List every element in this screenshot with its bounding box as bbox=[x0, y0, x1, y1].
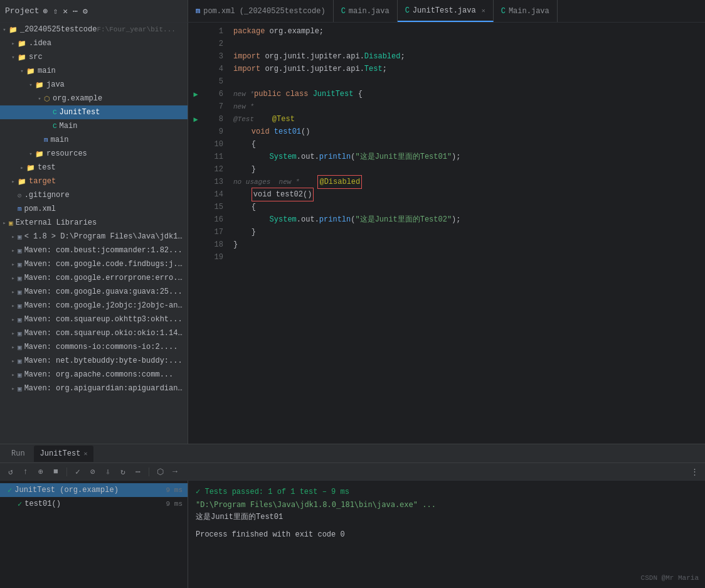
tree-item[interactable]: ▸▣Maven: com.google.errorprone:erro... bbox=[0, 271, 188, 285]
tree-label: Main bbox=[60, 122, 78, 131]
bottom-tab-junittest[interactable]: JunitTest✕ bbox=[34, 446, 94, 462]
tree-item[interactable]: ▸▣External Libraries bbox=[0, 216, 188, 230]
toolbar-more-icon[interactable]: ⋮ bbox=[689, 466, 700, 478]
down-icon[interactable]: ⇩ bbox=[102, 466, 114, 478]
code-token: } bbox=[233, 226, 256, 238]
bottom-tab-label: JunitTest bbox=[40, 449, 81, 458]
tab-main[interactable]: Cmain.java bbox=[334, 0, 398, 22]
code-token: @Disabled bbox=[317, 175, 362, 189]
tree-item[interactable]: ▾📁java bbox=[0, 78, 188, 92]
tree-item[interactable]: ▸▣Maven: com.google.j2objc:j2objc-an... bbox=[0, 299, 188, 313]
tree-label: External Libraries bbox=[16, 218, 97, 227]
tree-item[interactable]: ▾📁_20240525testcode F:\Four_year\bit... bbox=[0, 23, 188, 36]
locate-icon[interactable]: ⊕ bbox=[43, 6, 48, 16]
test-pass-line: ✓ Tests passed: 1 of 1 test – 9 ms bbox=[196, 486, 697, 498]
line-number: 2 bbox=[208, 38, 223, 50]
tree-icon: 📁 bbox=[35, 81, 44, 89]
code-token: "这是Junit里面的Test02" bbox=[355, 213, 452, 226]
code-hint: no usages new * bbox=[233, 176, 300, 188]
code-token: @Test bbox=[272, 113, 295, 126]
tree-arrow: ▾ bbox=[18, 68, 26, 75]
line-number: 11 bbox=[208, 151, 223, 163]
tree-item[interactable]: ▸📁test bbox=[0, 161, 188, 174]
tree-item[interactable]: ▸▣Maven: commons-io:commons-io:2.... bbox=[0, 340, 188, 354]
tree-item[interactable]: ▸📁target bbox=[0, 174, 188, 188]
tree-icon: ⬡ bbox=[44, 95, 50, 103]
tree-label: _20240525testcode bbox=[20, 25, 97, 34]
tree-arrow: ▾ bbox=[35, 95, 44, 102]
tree-label: Maven: com.beust:jcommander:1.82... bbox=[24, 246, 183, 255]
tree-item[interactable]: ▾⬡org.example bbox=[0, 92, 188, 105]
more-icon[interactable]: ⋯ bbox=[73, 6, 78, 16]
test-tree-item[interactable]: ✓JunitTest (org.example)9 ms bbox=[0, 483, 188, 497]
rerun-icon[interactable]: ↺ bbox=[5, 466, 16, 478]
tree-item[interactable]: ▾📁main bbox=[0, 64, 188, 78]
tree-item[interactable]: ▸▣Maven: org.apache.commons:comm... bbox=[0, 368, 188, 382]
tree-item[interactable]: CMain bbox=[0, 119, 188, 133]
gutter-cell bbox=[188, 25, 203, 38]
code-line: void test02() bbox=[233, 188, 705, 201]
check-icon[interactable]: ✓ bbox=[72, 466, 83, 478]
refresh-icon[interactable]: ↻ bbox=[117, 466, 129, 478]
up-icon[interactable]: ⇧ bbox=[53, 6, 58, 16]
code-token: System bbox=[270, 151, 297, 163]
up-icon[interactable]: ↑ bbox=[20, 466, 31, 478]
tab-junit[interactable]: CJunitTest.java✕ bbox=[398, 0, 494, 22]
gutter-cell[interactable]: ▶ bbox=[188, 88, 203, 100]
tree-arrow: ▸ bbox=[9, 372, 18, 378]
tree-item[interactable]: ▸▣Maven: org.apiguardian:apiguardian:... bbox=[0, 382, 188, 395]
tree-icon: C bbox=[53, 109, 57, 116]
run-gutter-icon[interactable]: ▶ bbox=[193, 115, 198, 124]
tab-mainjava[interactable]: CMain.java bbox=[494, 0, 558, 22]
tree-item[interactable]: ⊘.gitignore bbox=[0, 188, 188, 202]
code-token: class bbox=[285, 88, 308, 100]
code-token: ; bbox=[383, 63, 387, 75]
tree-item[interactable]: ▸▣Maven: net.bytebuddy:byte-buddy:... bbox=[0, 354, 188, 368]
bottom-tab-close[interactable]: ✕ bbox=[83, 450, 87, 457]
tree-item[interactable]: ▾📁resources bbox=[0, 147, 188, 161]
tree-item[interactable]: ▸▣Maven: com.google.guava:guava:25... bbox=[0, 285, 188, 299]
code-token: . bbox=[315, 213, 319, 226]
tree-item[interactable]: ▸📁.idea bbox=[0, 36, 188, 50]
tree-item[interactable]: ▸▣Maven: com.squareup.okhttp3:okht... bbox=[0, 313, 188, 326]
tree-item[interactable]: ▸▣Maven: com.squareup.okio:okio:1.14... bbox=[0, 326, 188, 340]
code-content[interactable]: package org.example;import org.junit.jup… bbox=[228, 23, 705, 444]
tree-arrow: ▾ bbox=[26, 151, 35, 158]
tree-label: Maven: com.google.guava:guava:25... bbox=[24, 287, 183, 296]
tree-label: Maven: com.squareup.okio:okio:1.14... bbox=[24, 329, 183, 338]
tab-close-icon[interactable]: ✕ bbox=[482, 7, 485, 14]
test-label: test01() bbox=[24, 500, 61, 508]
add-icon[interactable]: ⊕ bbox=[35, 466, 46, 478]
tree-icon: 📁 bbox=[18, 53, 26, 61]
run-gutter-icon[interactable]: ▶ bbox=[193, 90, 198, 99]
more-icon[interactable]: ⋯ bbox=[132, 466, 144, 478]
filter-icon[interactable]: ⬡ bbox=[154, 466, 166, 478]
tree-item[interactable]: ▾📁src bbox=[0, 50, 188, 64]
bottom-toolbar: ↺↑⊕■✓⊘⇩↻⋯⬡→⋮ bbox=[0, 463, 705, 481]
close-icon[interactable]: ✕ bbox=[63, 6, 68, 16]
tree-item[interactable]: mpom.xml bbox=[0, 202, 188, 216]
code-line: } bbox=[233, 226, 705, 238]
tree-item[interactable]: ▸▣Maven: com.beust:jcommander:1.82... bbox=[0, 243, 188, 257]
tab-pom[interactable]: mpom.xml (_20240525testcode) bbox=[188, 0, 334, 22]
code-hint: new * bbox=[233, 101, 254, 112]
tab-bar: Project ⊕ ⇧ ✕ ⋯ ⚙ mpom.xml (_20240525tes… bbox=[0, 0, 705, 23]
tree-item[interactable]: mmain bbox=[0, 133, 188, 147]
right-icon[interactable]: → bbox=[169, 466, 181, 478]
settings-icon[interactable]: ⚙ bbox=[83, 6, 88, 16]
test-tree-item[interactable]: ✓test01()9 ms bbox=[0, 497, 188, 511]
tree-item[interactable]: CJunitTest bbox=[0, 105, 188, 119]
line-number: 9 bbox=[208, 126, 223, 138]
tree-item[interactable]: ▸▣< 1.8 > D:\Program Files\Java\jdk1.8..… bbox=[0, 230, 188, 243]
gutter-cell bbox=[188, 213, 203, 226]
stop-icon[interactable]: ■ bbox=[50, 466, 61, 478]
gutter-cell[interactable]: ▶ bbox=[188, 113, 203, 126]
line-number: 19 bbox=[208, 251, 223, 264]
tree-item[interactable]: ▸▣Maven: com.google.code.findbugs:j... bbox=[0, 257, 188, 271]
line-number: 13 bbox=[208, 176, 223, 188]
code-token: package bbox=[233, 25, 265, 38]
bottom-tab-run[interactable]: Run bbox=[5, 446, 31, 462]
no-icon[interactable]: ⊘ bbox=[87, 466, 98, 478]
line-number: 4 bbox=[208, 63, 223, 75]
bottom-tab-label: Run bbox=[11, 449, 25, 458]
